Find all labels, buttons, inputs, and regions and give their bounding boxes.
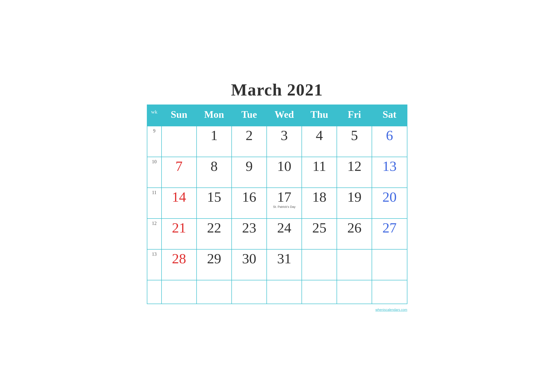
- day-cell: 13: [372, 157, 407, 188]
- day-cell: 5: [337, 126, 372, 157]
- calendar-container: March 2021 wk Sun Mon Tue Wed Thu Fri Sa…: [147, 80, 407, 312]
- day-number: 21: [163, 221, 195, 235]
- day-cell: [161, 126, 197, 157]
- week-row-10: 1078910111213: [147, 157, 407, 188]
- day-number: 22: [198, 221, 230, 235]
- empty-cell: [161, 280, 197, 304]
- watermark: wheniscalendars.com: [147, 308, 407, 312]
- day-number: 18: [303, 190, 336, 204]
- day-number: 24: [268, 221, 301, 235]
- day-number: 3: [268, 128, 301, 142]
- day-number: 15: [198, 190, 230, 204]
- day-cell: 22: [197, 218, 232, 249]
- header-thu: Thu: [302, 105, 337, 126]
- day-number: 10: [268, 159, 301, 173]
- day-number: 11: [303, 159, 336, 173]
- day-number: 4: [303, 128, 336, 142]
- empty-cell: [337, 280, 372, 304]
- header-row: wk Sun Mon Tue Wed Thu Fri Sat: [147, 105, 407, 126]
- day-number: 8: [198, 159, 230, 173]
- day-cell: 6: [372, 126, 407, 157]
- header-sun: Sun: [161, 105, 197, 126]
- day-cell: 8: [197, 157, 232, 188]
- header-fri: Fri: [337, 105, 372, 126]
- day-number: 14: [163, 190, 195, 204]
- watermark-link[interactable]: wheniscalendars.com: [375, 308, 407, 312]
- calendar-table: wk Sun Mon Tue Wed Thu Fri Sat 912345610…: [147, 105, 407, 304]
- day-number: 13: [373, 159, 406, 173]
- empty-cell: [197, 280, 232, 304]
- header-mon: Mon: [197, 105, 232, 126]
- day-cell: 20: [372, 188, 407, 218]
- day-cell: 30: [232, 249, 267, 280]
- wk-num-10: 10: [147, 157, 161, 188]
- day-cell: 25: [302, 218, 337, 249]
- day-number: 7: [163, 159, 195, 173]
- day-cell: 3: [267, 126, 302, 157]
- day-cell: 29: [197, 249, 232, 280]
- wk-num-9: 9: [147, 126, 161, 157]
- day-cell: 14: [161, 188, 197, 218]
- header-wed: Wed: [267, 105, 302, 126]
- day-cell: 15: [197, 188, 232, 218]
- calendar-title: March 2021: [147, 80, 407, 100]
- day-number: 27: [373, 221, 406, 235]
- day-number: 2: [233, 128, 265, 142]
- day-number: 12: [338, 159, 371, 173]
- header-tue: Tue: [232, 105, 267, 126]
- wk-num-12: 12: [147, 218, 161, 249]
- day-cell: 12: [337, 157, 372, 188]
- wk-header: wk: [147, 105, 161, 126]
- day-number: 19: [338, 190, 371, 204]
- day-cell: [337, 249, 372, 280]
- day-number: 16: [233, 190, 265, 204]
- day-cell: 4: [302, 126, 337, 157]
- wk-num-11: 11: [147, 188, 161, 218]
- day-number: 31: [268, 252, 301, 266]
- day-number: 25: [303, 221, 336, 235]
- day-cell: 28: [161, 249, 197, 280]
- day-number: 26: [338, 221, 371, 235]
- day-number: 5: [338, 128, 371, 142]
- day-cell: 24: [267, 218, 302, 249]
- empty-cell: [232, 280, 267, 304]
- wk-num-13: 13: [147, 249, 161, 280]
- day-cell: 11: [302, 157, 337, 188]
- day-number: 17: [268, 190, 301, 204]
- day-cell: 31: [267, 249, 302, 280]
- day-cell: 18: [302, 188, 337, 218]
- empty-cell: [147, 280, 161, 304]
- empty-cell: [302, 280, 337, 304]
- day-cell: 2: [232, 126, 267, 157]
- day-cell: 19: [337, 188, 372, 218]
- empty-cell: [267, 280, 302, 304]
- day-cell: 21: [161, 218, 197, 249]
- day-cell: 17St. Patrick's Day: [267, 188, 302, 218]
- day-number: 29: [198, 252, 230, 266]
- day-cell: 7: [161, 157, 197, 188]
- day-number: 28: [163, 252, 195, 266]
- day-cell: 10: [267, 157, 302, 188]
- day-cell: [302, 249, 337, 280]
- week-row-11: 1114151617St. Patrick's Day181920: [147, 188, 407, 218]
- day-cell: 23: [232, 218, 267, 249]
- day-number: 9: [233, 159, 265, 173]
- day-cell: 1: [197, 126, 232, 157]
- week-row-13: 1328293031: [147, 249, 407, 280]
- empty-row: [147, 280, 407, 304]
- week-row-9: 9123456: [147, 126, 407, 157]
- day-cell: [372, 249, 407, 280]
- day-cell: 27: [372, 218, 407, 249]
- day-number: 1: [198, 128, 230, 142]
- week-row-12: 1221222324252627: [147, 218, 407, 249]
- empty-cell: [372, 280, 407, 304]
- day-number: 23: [233, 221, 265, 235]
- day-cell: 26: [337, 218, 372, 249]
- day-cell: 16: [232, 188, 267, 218]
- day-number: 30: [233, 252, 265, 266]
- day-cell: 9: [232, 157, 267, 188]
- header-sat: Sat: [372, 105, 407, 126]
- day-number: 20: [373, 190, 406, 204]
- holiday-label: St. Patrick's Day: [268, 205, 301, 209]
- day-number: 6: [373, 128, 406, 142]
